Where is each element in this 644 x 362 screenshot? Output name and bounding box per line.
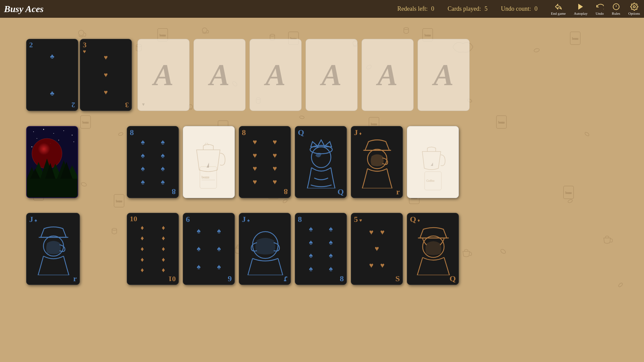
end-game-button[interactable]: End game	[551, 3, 566, 15]
card-jack-clubs[interactable]: J ♠ ɾ	[239, 213, 291, 285]
ace-slot-5[interactable]: A	[362, 39, 414, 111]
autoplay-button[interactable]: Autoplay	[574, 3, 588, 15]
svg-point-62	[33, 131, 34, 132]
svg-marker-58	[578, 4, 583, 10]
card-8-spades-2[interactable]: 8 ♠ ♠ ♠ ♠ ♠ ♠ ♠ ♠ 8	[295, 213, 347, 285]
svg-point-67	[37, 138, 37, 139]
topbar: Busy Aces Redeals left: 0 Cards played: …	[0, 0, 644, 18]
svg-point-63	[43, 129, 44, 130]
card-jack-diamonds[interactable]: J ♦	[351, 126, 403, 198]
card-3-hearts[interactable]: 3 ♥ ♥ ♥ ♥ 3	[80, 39, 132, 111]
svg-rect-84	[183, 126, 235, 198]
ace-slot-2[interactable]: A	[194, 39, 246, 111]
svg-point-88	[312, 147, 331, 168]
card-10-diamonds[interactable]: 10 ♦ ♦ ♦ ♦ ♦ ♦ ♦ ♦ ♦ ♦ 01	[127, 213, 179, 285]
redeals-stat: Redeals left: 0	[397, 5, 434, 12]
card-queen-diamonds[interactable]: Q ♦	[407, 213, 459, 285]
ace-slot-6[interactable]: A	[418, 39, 470, 111]
svg-rect-74	[27, 179, 77, 197]
svg-point-70	[32, 146, 33, 147]
svg-point-65	[63, 130, 64, 131]
toolbar-buttons: End game Autoplay Undo Rules Option	[551, 3, 640, 15]
svg-point-71	[58, 140, 59, 140]
card-8-hearts[interactable]: 8 ♥ ♥ ♥ ♥ ♥ ♥ ♥ ♥ 8	[239, 126, 291, 198]
undo-button[interactable]: Undo	[596, 3, 604, 15]
options-button[interactable]: Options	[628, 3, 640, 15]
svg-point-64	[53, 133, 54, 134]
card-jack-spades[interactable]: J ♠	[26, 213, 80, 285]
game-area: 2 ♣ ♣ 2 3 ♥ ♥ ♥ ♥ 3 A	[0, 18, 644, 362]
svg-point-60	[633, 6, 635, 8]
card-2-clubs[interactable]: 2 ♣ ♣ 2	[26, 39, 78, 111]
svg-point-66	[72, 135, 73, 136]
svg-text:Coffee: Coffee	[426, 179, 434, 182]
rules-button[interactable]: Rules	[612, 3, 620, 15]
card-facedown-1[interactable]: beans	[183, 126, 235, 198]
ace-slot-1[interactable]: A ▼	[138, 39, 190, 111]
ace-slot-4[interactable]: A	[306, 39, 358, 111]
svg-text:beans: beans	[202, 175, 209, 179]
cards-played-stat: Cards played: 5	[447, 5, 487, 12]
card-facedown-2[interactable]: Coffee	[407, 126, 459, 198]
card-queen-spades-2[interactable]: Q	[295, 126, 347, 198]
app-title: Busy Aces	[4, 4, 44, 14]
game-stats: Redeals left: 0 Cards played: 5 Undo cou…	[397, 5, 537, 12]
svg-point-68	[73, 141, 74, 142]
svg-rect-90	[407, 126, 459, 198]
ace-slot-3[interactable]: A	[250, 39, 302, 111]
undo-count-stat: Undo count: 0	[501, 5, 537, 12]
card-moon-art[interactable]	[26, 126, 78, 198]
card-5-hearts[interactable]: 5 ♥ ♥♥ ♥ ♥♥ S	[351, 213, 403, 285]
card-6-spades[interactable]: 6 ♠ ♠ ♠ ♠ ♠ ♠ 9	[183, 213, 235, 285]
card-8-spades[interactable]: 8 ♠ ♠ ♠ ♠ ♠ ♠ ♠ ♠ 8	[127, 126, 179, 198]
